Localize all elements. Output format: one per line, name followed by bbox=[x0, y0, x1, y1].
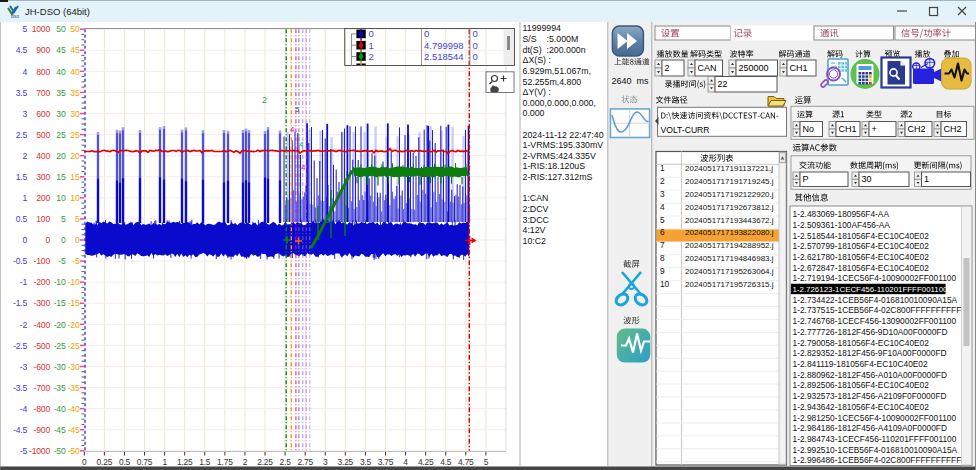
svg-text:1-2.892506-181056F4-EC10C40E02: 1-2.892506-181056F4-EC10C40E02 bbox=[793, 380, 930, 390]
svg-text:VOLT-CURR: VOLT-CURR bbox=[661, 125, 710, 135]
svg-text:4.25: 4.25 bbox=[418, 457, 434, 467]
svg-text:2: 2 bbox=[262, 95, 267, 105]
svg-text:0.000: 0.000 bbox=[523, 108, 545, 118]
svg-text:4:12V: 4:12V bbox=[523, 225, 546, 235]
svg-text:5: 5 bbox=[295, 105, 300, 114]
svg-text:1-2.790058-181056F4-EC10C40E02: 1-2.790058-181056F4-EC10C40E02 bbox=[793, 338, 930, 348]
svg-text:5: 5 bbox=[484, 457, 489, 467]
svg-text:15: 15 bbox=[56, 172, 66, 182]
svg-text:2: 2 bbox=[243, 457, 248, 467]
svg-text:0: 0 bbox=[369, 28, 374, 39]
svg-text:2024051717195726315.j: 2024051717195726315.j bbox=[685, 280, 774, 289]
svg-text:3.75: 3.75 bbox=[378, 457, 394, 467]
svg-text:30: 30 bbox=[862, 174, 872, 184]
svg-text:-1.5: -1.5 bbox=[13, 298, 27, 308]
svg-text:1-2.737515-1CEB56F4-02C800FFFF: 1-2.737515-1CEB56F4-02C800FFFFFFFFFF bbox=[793, 305, 962, 315]
svg-text:40: 40 bbox=[56, 67, 66, 77]
svg-text:8: 8 bbox=[660, 253, 665, 263]
svg-text:3: 3 bbox=[22, 109, 27, 119]
svg-text:-5: -5 bbox=[72, 256, 80, 266]
svg-text:-200: -200 bbox=[34, 277, 51, 287]
svg-text:1.5: 1.5 bbox=[16, 172, 28, 182]
svg-text:3.5: 3.5 bbox=[16, 88, 28, 98]
svg-text:JH-DSO (64bit): JH-DSO (64bit) bbox=[25, 6, 90, 17]
svg-text:1-2.570799-181056F4-EC10C40E02: 1-2.570799-181056F4-EC10C40E02 bbox=[793, 241, 930, 251]
svg-text:2024-11-12 22:47:40: 2024-11-12 22:47:40 bbox=[523, 130, 604, 140]
svg-text:700: 700 bbox=[36, 88, 50, 98]
svg-text:7: 7 bbox=[660, 240, 665, 250]
svg-text:-4: -4 bbox=[20, 404, 28, 414]
svg-text:3: 3 bbox=[660, 189, 665, 199]
svg-text:5: 5 bbox=[75, 214, 80, 224]
svg-text:1-2.984186-1812F456-A4109A0F00: 1-2.984186-1812F456-A4109A0F0000FD bbox=[793, 423, 947, 433]
svg-text:ΔY(V) :: ΔY(V) : bbox=[523, 87, 551, 97]
svg-text:15: 15 bbox=[70, 172, 80, 182]
svg-text:3.25: 3.25 bbox=[338, 457, 354, 467]
svg-text:52.255m,4.800: 52.255m,4.800 bbox=[523, 77, 582, 87]
svg-text:1.5: 1.5 bbox=[199, 457, 211, 467]
svg-text:-50: -50 bbox=[54, 446, 66, 456]
svg-text:-400: -400 bbox=[34, 320, 51, 330]
svg-text:1-2.483069-180956F4-AA: 1-2.483069-180956F4-AA bbox=[793, 209, 890, 219]
svg-text:0: 0 bbox=[473, 28, 478, 39]
svg-text:4: 4 bbox=[660, 202, 665, 212]
svg-text:2-RIS:127.312mS: 2-RIS:127.312mS bbox=[523, 172, 593, 182]
svg-text:-500: -500 bbox=[34, 341, 51, 351]
svg-text:0: 0 bbox=[473, 40, 478, 51]
svg-text:CH2: CH2 bbox=[908, 124, 926, 134]
svg-text:-1: -1 bbox=[20, 277, 28, 287]
svg-text:2.5: 2.5 bbox=[16, 130, 28, 140]
svg-text:0: 0 bbox=[45, 235, 50, 245]
svg-text:2024051717192122920.j: 2024051717192122920.j bbox=[685, 190, 774, 199]
svg-text:40: 40 bbox=[70, 67, 80, 77]
svg-text:9: 9 bbox=[660, 266, 665, 276]
svg-text:-5: -5 bbox=[20, 446, 28, 456]
svg-text:2640 ms: 2640 ms bbox=[611, 76, 649, 86]
svg-text:4: 4 bbox=[403, 457, 408, 467]
svg-text:6: 6 bbox=[660, 227, 665, 237]
svg-text:2.75: 2.75 bbox=[297, 457, 313, 467]
svg-text:0: 0 bbox=[75, 235, 80, 245]
svg-text:0.75: 0.75 bbox=[137, 457, 153, 467]
svg-text:250000: 250000 bbox=[739, 63, 769, 73]
svg-text:1-2.726123-1CECF456-110201FFFF: 1-2.726123-1CECF456-110201FFFF001100 bbox=[793, 285, 949, 294]
svg-text:2: 2 bbox=[660, 176, 665, 186]
svg-text:0.5: 0.5 bbox=[16, 214, 28, 224]
svg-text:1-2.672847-181056F4-EC10C40E02: 1-2.672847-181056F4-EC10C40E02 bbox=[793, 263, 930, 273]
svg-text:-900: -900 bbox=[34, 425, 51, 435]
svg-text:10: 10 bbox=[660, 279, 670, 289]
svg-text:1-VRMS:195.330mV: 1-VRMS:195.330mV bbox=[523, 140, 604, 150]
svg-text:4.5: 4.5 bbox=[16, 45, 28, 55]
svg-text:200: 200 bbox=[36, 193, 50, 203]
svg-text:1-2.880962-1812F456-A010A00F00: 1-2.880962-1812F456-A010A00F0000FD bbox=[793, 370, 947, 380]
svg-text:CH1: CH1 bbox=[790, 63, 808, 73]
svg-text:-2.5: -2.5 bbox=[13, 341, 27, 351]
svg-text:CH1: CH1 bbox=[839, 124, 857, 134]
svg-text:5: 5 bbox=[22, 24, 27, 34]
svg-text:1-2.992510-1CEB56F4-0168100100: 1-2.992510-1CEB56F4-016810010090A15A bbox=[793, 445, 958, 455]
svg-text:1: 1 bbox=[22, 193, 27, 203]
svg-text:45: 45 bbox=[56, 45, 66, 55]
svg-text:1-2.734422-1CEB56F4-0168100100: 1-2.734422-1CEB56F4-016810010090A15A bbox=[793, 295, 958, 305]
svg-text:0: 0 bbox=[473, 51, 478, 62]
svg-text:-45: -45 bbox=[68, 425, 80, 435]
svg-text:1: 1 bbox=[924, 174, 929, 184]
svg-text:1-2.719194-1CEC56F4-10090002FF: 1-2.719194-1CEC56F4-10090002FF001100 bbox=[793, 273, 957, 283]
svg-text:dso: dso bbox=[11, 13, 19, 19]
svg-text:2024051717191719245.j: 2024051717191719245.j bbox=[685, 177, 774, 186]
svg-text:1:CAN: 1:CAN bbox=[523, 193, 549, 203]
svg-text:800: 800 bbox=[36, 67, 50, 77]
svg-text:50: 50 bbox=[70, 24, 80, 34]
svg-text:30: 30 bbox=[70, 109, 80, 119]
svg-text:2-VRMS:424.335V: 2-VRMS:424.335V bbox=[523, 151, 596, 161]
svg-text:-45: -45 bbox=[54, 425, 66, 435]
svg-text:3: 3 bbox=[323, 457, 328, 467]
svg-text:1-2.777726-1812F456-9D10A00F00: 1-2.777726-1812F456-9D10A00F0000FD bbox=[793, 327, 948, 337]
svg-text:0.000,0.000,0.000,: 0.000,0.000,0.000, bbox=[523, 98, 596, 108]
svg-text:-600: -600 bbox=[34, 362, 51, 372]
svg-text:22: 22 bbox=[718, 79, 728, 89]
svg-text:-15: -15 bbox=[54, 298, 66, 308]
svg-text:-5: -5 bbox=[58, 256, 66, 266]
svg-text:-40: -40 bbox=[68, 404, 80, 414]
svg-text:-3: -3 bbox=[20, 362, 28, 372]
